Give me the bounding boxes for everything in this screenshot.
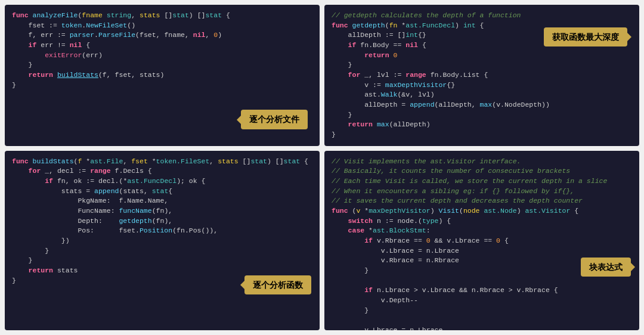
- bottom-right-code-block: // Visit implements the ast.Visitor inte…: [324, 151, 639, 330]
- bottom-left-code-block: func buildStats(f *ast.File, fset *token…: [5, 151, 320, 330]
- top-right-code-block: // getdepth calculates the depth of a fu…: [324, 5, 639, 146]
- callout-block-expr: 块表达式: [581, 258, 631, 277]
- callout-max-depth: 获取函数最大深度: [544, 27, 627, 46]
- callout-analyze-file: 逐个分析文件: [241, 110, 308, 129]
- callout-analyze-func: 逐个分析函数: [244, 275, 311, 294]
- top-left-code-block: func analyzeFile(fname string, stats []s…: [5, 5, 320, 146]
